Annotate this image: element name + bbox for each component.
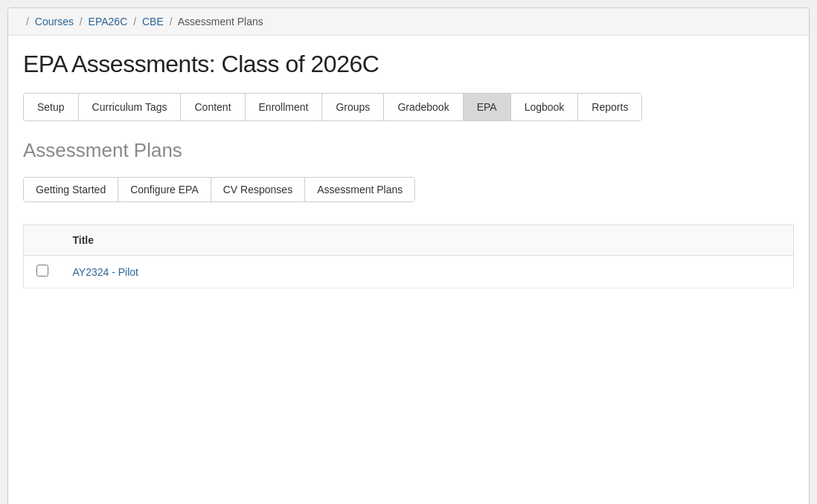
row-checkbox-cell [24,256,61,288]
sub-tab-cv-responses[interactable]: CV Responses [211,178,305,201]
col-header-title: Title [61,225,794,256]
section-title: Assessment Plans [23,139,794,162]
row-title-cell: AY2324 - Pilot [61,256,794,288]
page-title: EPA Assessments: Class of 2026C [23,51,794,78]
breadcrumb-sep-1: / [80,16,83,28]
table-container: Title AY2324 - Pilot [23,224,794,288]
sub-tab-assessment-plans[interactable]: Assessment Plans [305,178,414,201]
sub-tab-configure-epa[interactable]: Configure EPA [118,178,211,201]
breadcrumb-cbe[interactable]: CBE [142,16,164,28]
breadcrumb: / Courses / EPA26C / CBE / Assessment Pl… [8,8,809,36]
main-tabs: Setup Curriculum Tags Content Enrollment… [23,93,642,121]
breadcrumb-sep-2: / [133,16,136,28]
sub-tab-getting-started[interactable]: Getting Started [24,178,118,201]
tab-reports[interactable]: Reports [578,94,641,120]
breadcrumb-current: Assessment Plans [178,16,263,28]
breadcrumb-sep-3: / [170,16,173,28]
content-area: EPA Assessments: Class of 2026C Setup Cu… [8,36,809,288]
tab-content[interactable]: Content [181,94,245,120]
tab-curriculum-tags[interactable]: Curriculum Tags [79,94,182,120]
sub-tabs: Getting Started Configure EPA CV Respons… [23,177,415,202]
row-title-link[interactable]: AY2324 - Pilot [73,266,138,278]
breadcrumb-courses[interactable]: Courses [35,16,74,28]
tab-groups[interactable]: Groups [322,94,384,120]
tab-gradebook[interactable]: Gradebook [384,94,463,120]
page-wrapper: / Courses / EPA26C / CBE / Assessment Pl… [7,7,810,504]
breadcrumb-epa26c[interactable]: EPA26C [89,16,128,28]
tab-epa[interactable]: EPA [464,94,511,120]
tab-setup[interactable]: Setup [24,94,79,120]
tab-enrollment[interactable]: Enrollment [246,94,323,120]
breadcrumb-separator: / [26,16,29,28]
tab-logbook[interactable]: Logbook [511,94,579,120]
table-row: AY2324 - Pilot [24,256,794,288]
assessment-plans-table: Title AY2324 - Pilot [23,224,794,288]
table-header-row: Title [24,225,794,256]
row-checkbox[interactable] [36,265,48,277]
col-header-checkbox [24,225,61,256]
